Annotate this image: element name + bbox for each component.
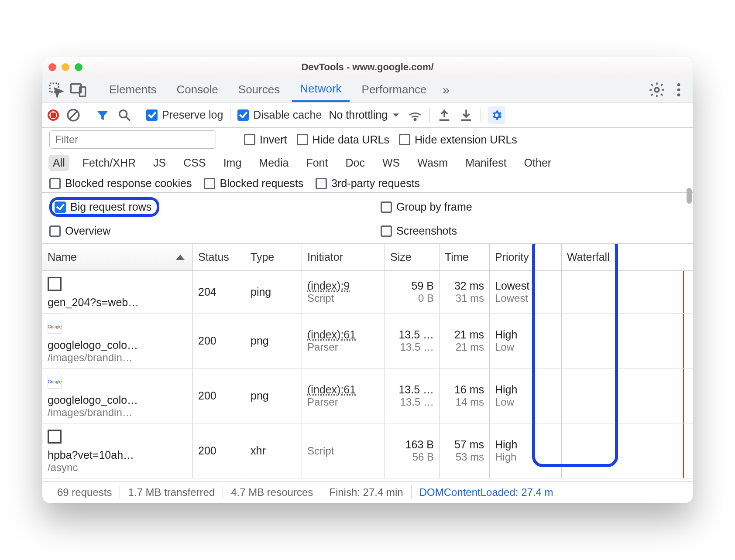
cell-priority: LowestLowest <box>490 271 562 313</box>
screenshots-toggle[interactable]: Screenshots <box>381 225 686 237</box>
initiator-link[interactable]: (index):61 <box>307 383 379 396</box>
initiator-link[interactable]: (index):9 <box>307 280 379 292</box>
cell-waterfall <box>562 369 693 423</box>
invert-toggle[interactable]: Invert <box>244 133 287 146</box>
th-initiator[interactable]: Initiator <box>302 244 385 270</box>
filter-section: Filter Invert Hide data URLs Hide extens… <box>42 128 693 243</box>
cell-initiator: (index):61Parser <box>302 369 385 423</box>
initiator-link[interactable]: (index):61 <box>307 328 379 341</box>
hide-extension-urls-toggle[interactable]: Hide extension URLs <box>399 133 517 146</box>
preserve-log-checkbox[interactable] <box>146 109 158 121</box>
resource-placeholder-icon <box>48 277 62 291</box>
tab-elements[interactable]: Elements <box>101 77 164 102</box>
filter-type-ws[interactable]: WS <box>378 155 404 171</box>
filter-type-font[interactable]: Font <box>302 155 332 171</box>
filter-type-manifest[interactable]: Manifest <box>461 155 511 171</box>
cell-priority: HighLow <box>490 369 562 423</box>
svg-point-11 <box>414 118 416 120</box>
cell-name: gen_204?s=web… <box>42 271 193 313</box>
preserve-log-toggle[interactable]: Preserve log <box>146 109 223 121</box>
cell-initiator: Script <box>302 423 385 478</box>
tab-console[interactable]: Console <box>168 77 226 102</box>
cell-name: Googlegooglelogo_colo…/images/brandin… <box>42 369 193 423</box>
th-type[interactable]: Type <box>245 244 302 270</box>
cell-status: 200 <box>193 314 245 368</box>
cell-name: Googlegooglelogo_colo…/images/brandin… <box>42 314 193 368</box>
th-status[interactable]: Status <box>193 244 245 270</box>
device-toggle-icon[interactable] <box>69 81 87 99</box>
export-har-icon[interactable] <box>437 108 452 123</box>
cell-time: 57 ms53 ms <box>440 423 490 478</box>
th-name[interactable]: Name <box>42 244 193 270</box>
google-logo-icon: Google <box>48 375 62 389</box>
th-size[interactable]: Size <box>385 244 440 270</box>
search-icon[interactable] <box>117 108 132 123</box>
svg-point-3 <box>655 88 659 92</box>
kebab-menu-icon[interactable] <box>670 81 687 99</box>
network-conditions-icon[interactable] <box>408 108 422 123</box>
filter-type-fetchxhr[interactable]: Fetch/XHR <box>78 155 140 171</box>
cell-size: 59 B0 B <box>385 271 440 313</box>
table-body[interactable]: gen_204?s=web…204ping(index):9Script59 B… <box>42 271 693 481</box>
cell-time: 21 ms21 ms <box>440 314 490 368</box>
third-party-toggle[interactable]: 3rd-party requests <box>316 177 420 190</box>
clear-icon[interactable] <box>66 108 81 123</box>
blocked-requests-toggle[interactable]: Blocked requests <box>204 177 303 190</box>
inspect-icon[interactable] <box>48 81 65 99</box>
th-time[interactable]: Time <box>440 244 490 270</box>
cell-priority: HighHigh <box>490 423 562 478</box>
svg-point-4 <box>677 83 680 86</box>
more-tabs-button[interactable]: » <box>439 82 453 97</box>
filter-type-css[interactable]: CSS <box>179 155 210 171</box>
filter-type-media[interactable]: Media <box>254 155 293 171</box>
request-table: Name Status Type Initiator Size Time Pri… <box>42 243 693 481</box>
group-by-frame-toggle[interactable]: Group by frame <box>381 197 686 217</box>
filter-type-doc[interactable]: Doc <box>341 155 369 171</box>
disable-cache-toggle[interactable]: Disable cache <box>237 109 322 121</box>
cell-time: 32 ms31 ms <box>440 271 490 313</box>
network-toolbar: Preserve log Disable cache No throttling <box>42 102 693 128</box>
status-bar: 69 requests 1.7 MB transferred 4.7 MB re… <box>42 481 693 503</box>
th-waterfall[interactable]: Waterfall <box>562 244 693 270</box>
titlebar: DevTools - www.google.com/ <box>42 57 693 77</box>
cell-status: 204 <box>193 271 245 313</box>
hide-data-urls-toggle[interactable]: Hide data URLs <box>297 133 389 146</box>
table-row[interactable]: Googlegooglelogo_colo…/images/brandin…20… <box>42 314 693 369</box>
tab-sources[interactable]: Sources <box>230 77 288 102</box>
disable-cache-checkbox[interactable] <box>237 109 249 121</box>
table-row[interactable]: gen_204?s=web…204ping(index):9Script59 B… <box>42 271 693 314</box>
settings-gear-icon[interactable] <box>648 81 666 99</box>
table-row[interactable]: hpba?vet=10ah…/async200xhrScript163 B56 … <box>42 423 693 478</box>
svg-line-8 <box>69 111 78 120</box>
filter-type-all[interactable]: All <box>48 155 69 171</box>
tab-network[interactable]: Network <box>292 77 349 102</box>
th-priority[interactable]: Priority <box>490 244 562 270</box>
big-request-rows-checkbox[interactable] <box>55 201 66 213</box>
filter-input[interactable]: Filter <box>49 130 216 149</box>
filter-type-js[interactable]: JS <box>149 155 170 171</box>
overview-toggle[interactable]: Overview <box>49 225 354 237</box>
tab-performance[interactable]: Performance <box>354 77 435 102</box>
status-domcontentloaded: DOMContentLoaded: 27.4 m <box>412 486 561 499</box>
table-header: Name Status Type Initiator Size Time Pri… <box>42 244 693 271</box>
record-button[interactable] <box>48 109 59 121</box>
google-logo-icon: Google <box>48 320 62 334</box>
cell-size: 13.5 …13.5 … <box>385 314 440 368</box>
cell-status: 200 <box>193 369 245 423</box>
filter-type-other[interactable]: Other <box>520 155 556 171</box>
throttling-select[interactable]: No throttling <box>329 109 401 121</box>
cell-size: 13.5 …13.5 … <box>385 369 440 423</box>
svg-line-10 <box>126 117 130 121</box>
cell-priority: HighLow <box>490 314 562 368</box>
filter-type-wasm[interactable]: Wasm <box>413 155 452 171</box>
filter-type-img[interactable]: Img <box>219 155 246 171</box>
filter-icon[interactable] <box>95 108 110 123</box>
cell-name: hpba?vet=10ah…/async <box>42 423 193 478</box>
import-har-icon[interactable] <box>459 108 474 123</box>
network-settings-toggle[interactable] <box>488 106 505 124</box>
status-transferred: 1.7 MB transferred <box>120 486 223 499</box>
scrollbar-thumb[interactable] <box>687 188 692 204</box>
svg-point-9 <box>120 110 127 117</box>
blocked-cookies-toggle[interactable]: Blocked response cookies <box>49 177 192 190</box>
table-row[interactable]: Googlegooglelogo_colo…/images/brandin…20… <box>42 369 693 423</box>
